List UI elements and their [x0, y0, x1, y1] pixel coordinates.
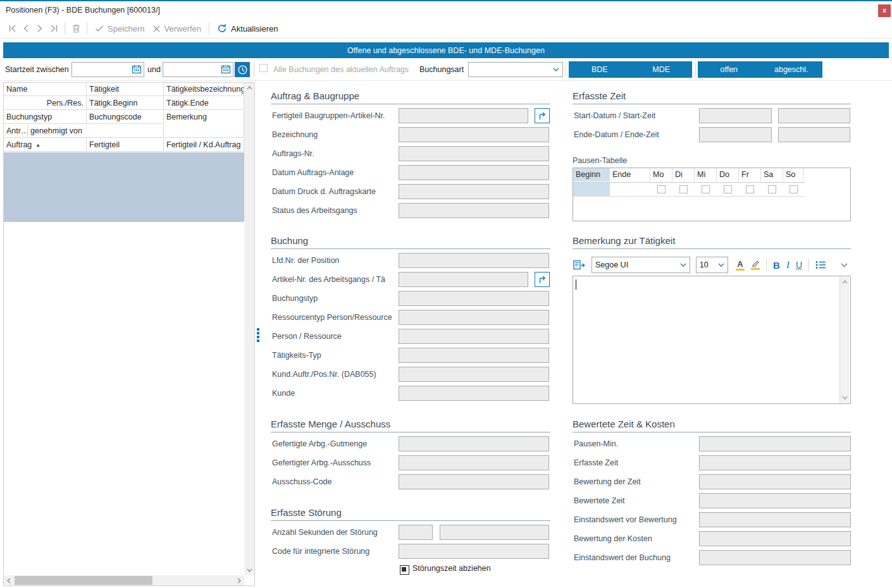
column-header-buchungstyp[interactable]: Buchungstyp [4, 111, 87, 124]
panel-splitter-handle[interactable] [257, 328, 260, 343]
column-header-fertigteil[interactable]: Fertigteil [87, 138, 164, 152]
bold-button[interactable]: B [773, 260, 780, 271]
field-input[interactable] [699, 108, 772, 123]
pausen-day-checkbox[interactable] [746, 185, 754, 193]
pausen-day-checkbox[interactable] [768, 185, 776, 193]
field-input[interactable] [399, 367, 549, 382]
field-input[interactable] [699, 455, 851, 470]
field-input[interactable] [399, 127, 549, 142]
field-input[interactable] [399, 108, 528, 123]
grid-horizontal-scrollbar[interactable] [4, 575, 244, 585]
scroll-down-icon[interactable] [244, 565, 254, 575]
pausen-column-header[interactable]: Do [717, 168, 739, 181]
scroll-up-icon[interactable] [244, 83, 254, 93]
column-header-antr[interactable]: Antr… [4, 125, 28, 138]
column-header-pers-res[interactable]: Pers./Res. [4, 97, 87, 110]
abgeschl-button[interactable]: abgeschl. [760, 61, 823, 78]
pausen-column-header[interactable]: Di [672, 168, 695, 181]
field-input[interactable] [778, 127, 850, 142]
field-input[interactable] [399, 184, 549, 199]
field-input[interactable] [699, 127, 772, 142]
column-header-taetigkeitsbezeichnung[interactable]: Tätigkeitsbezeichnung [164, 83, 244, 96]
pausen-day-checkbox[interactable] [702, 185, 710, 193]
mde-button[interactable]: MDE [631, 61, 693, 78]
scrollbar-thumb[interactable] [15, 576, 152, 585]
field-input[interactable] [399, 436, 549, 451]
column-header-genehmigt-von[interactable]: genehmigt von [28, 125, 164, 138]
column-header-taetigkeit[interactable]: Tätigkeit [87, 83, 164, 96]
more-options-chevron[interactable] [841, 263, 848, 267]
bde-button[interactable]: BDE [569, 61, 631, 78]
pausen-day-checkbox[interactable] [679, 185, 688, 193]
field-input[interactable] [399, 525, 433, 540]
field-input[interactable] [399, 544, 549, 559]
pausen-day-checkbox[interactable] [790, 185, 798, 193]
scroll-right-icon[interactable] [234, 575, 244, 585]
underline-button[interactable]: U [796, 260, 802, 270]
pausen-column-header[interactable]: So [783, 168, 803, 181]
buchungsart-select[interactable] [468, 62, 563, 77]
field-input[interactable] [699, 474, 851, 489]
open-record-button[interactable] [535, 108, 550, 123]
column-header-taetigk-beginn[interactable]: Tätigk.Beginn [87, 97, 164, 110]
scroll-down-icon[interactable] [839, 393, 850, 403]
grid-vertical-scrollbar[interactable] [244, 83, 254, 575]
font-color-button[interactable]: A [736, 260, 745, 271]
calendar-icon[interactable] [132, 64, 142, 76]
font-family-select[interactable]: Segoe UI [592, 257, 690, 273]
offen-button[interactable]: offen [698, 61, 760, 78]
column-header-auftrag[interactable]: Auftrag▲ [4, 138, 87, 152]
calendar-icon[interactable] [221, 64, 231, 76]
field-input[interactable] [699, 531, 851, 546]
column-header-name[interactable]: Name [4, 83, 87, 96]
previous-record-button[interactable] [19, 21, 33, 35]
next-record-button[interactable] [33, 21, 47, 35]
field-input[interactable] [440, 525, 549, 540]
pausen-column-header[interactable]: Mi [695, 168, 717, 181]
start-date-input[interactable] [71, 62, 144, 77]
field-input[interactable] [399, 203, 549, 218]
font-size-select[interactable]: 10 [696, 257, 728, 273]
refresh-button[interactable]: Aktualisieren [217, 23, 278, 34]
editor-vertical-scrollbar[interactable] [839, 277, 850, 403]
bemerkung-editor[interactable] [573, 276, 851, 404]
pausen-column-header[interactable]: Mo [650, 168, 672, 181]
field-input[interactable] [399, 146, 549, 161]
field-input[interactable] [399, 291, 549, 306]
field-input[interactable] [399, 348, 549, 363]
end-date-input[interactable] [163, 62, 233, 77]
field-input[interactable] [399, 253, 549, 268]
field-input[interactable] [399, 474, 549, 489]
bullet-list-button[interactable] [815, 260, 826, 269]
stoerungszeit-checkbox[interactable] [400, 565, 409, 575]
field-input[interactable] [399, 165, 549, 180]
close-button[interactable]: x [878, 4, 891, 17]
text-module-icon[interactable] [573, 260, 585, 270]
field-input[interactable] [399, 329, 549, 344]
pausen-column-header[interactable]: Beginn [573, 168, 610, 181]
column-header-fertigteil-kd-auftrag[interactable]: Fertigteil / Kd.Auftrag [164, 138, 244, 152]
discard-button[interactable]: Verwerfen [152, 24, 202, 34]
field-input[interactable] [699, 512, 851, 527]
field-input[interactable] [399, 386, 549, 401]
italic-button[interactable]: I [786, 260, 790, 271]
column-header-buchungscode[interactable]: Buchungscode [87, 111, 164, 124]
column-header-bemerkung[interactable]: Bemerkung [164, 111, 244, 138]
grid-selected-empty-rows[interactable] [4, 152, 244, 222]
open-record-button[interactable] [535, 272, 550, 287]
delete-icon[interactable] [69, 21, 83, 35]
scroll-up-icon[interactable] [839, 277, 850, 287]
pausen-column-header[interactable]: Ende [610, 168, 650, 181]
highlight-button[interactable] [751, 260, 760, 270]
field-input[interactable] [399, 455, 549, 470]
scroll-left-icon[interactable] [4, 575, 14, 585]
pausen-day-checkbox[interactable] [657, 185, 666, 193]
pausen-day-checkbox[interactable] [724, 185, 732, 193]
field-input[interactable] [778, 108, 850, 123]
field-input[interactable] [399, 272, 528, 287]
field-input[interactable] [699, 550, 851, 565]
time-filter-button[interactable] [235, 62, 250, 77]
field-input[interactable] [699, 436, 851, 451]
last-record-button[interactable] [47, 21, 61, 35]
pausen-column-header[interactable]: Fr [739, 168, 761, 181]
